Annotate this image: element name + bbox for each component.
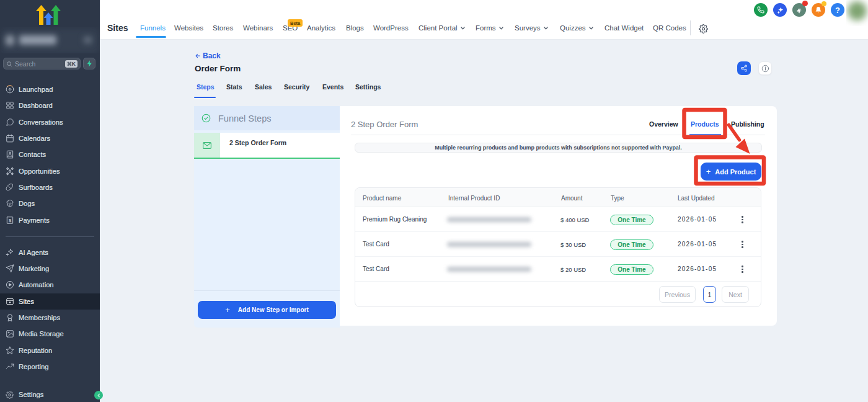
- svg-text:$: $: [9, 217, 12, 223]
